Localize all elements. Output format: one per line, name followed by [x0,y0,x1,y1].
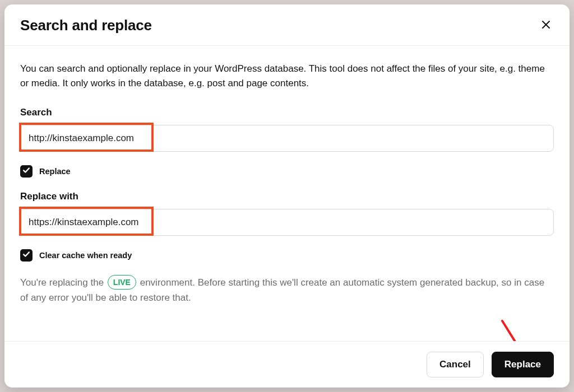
search-label: Search [20,107,554,118]
replace-with-input[interactable] [20,209,554,236]
replace-with-field-group: Replace with [20,191,554,236]
replace-button[interactable]: Replace [492,352,554,377]
modal-footer: Cancel Replace [4,341,570,388]
modal-title: Search and replace [20,17,152,34]
env-badge: LIVE [108,275,136,290]
check-icon [22,250,30,260]
replace-with-label: Replace with [20,191,554,202]
clear-cache-label: Clear cache when ready [39,251,132,260]
modal-description: You can search and optionally replace in… [20,62,554,91]
svg-line-3 [502,321,528,341]
environment-note: You're replacing the LIVE environment. B… [20,275,554,305]
annotation-arrow [497,316,541,341]
close-button[interactable] [538,18,554,34]
cancel-button[interactable]: Cancel [427,352,484,377]
modal-body: You can search and optionally replace in… [4,46,570,341]
env-note-prefix: You're replacing the [20,277,107,288]
replace-toggle-row: Replace [20,165,554,178]
clear-cache-row: Clear cache when ready [20,249,554,262]
replace-checkbox[interactable] [20,165,33,178]
search-replace-modal: Search and replace You can search and op… [4,4,570,388]
search-field-group: Search [20,107,554,152]
search-input[interactable] [20,125,554,152]
modal-header: Search and replace [4,4,570,46]
close-icon [541,20,550,31]
check-icon [22,166,30,176]
replace-checkbox-label: Replace [39,167,71,176]
clear-cache-checkbox[interactable] [20,249,33,262]
